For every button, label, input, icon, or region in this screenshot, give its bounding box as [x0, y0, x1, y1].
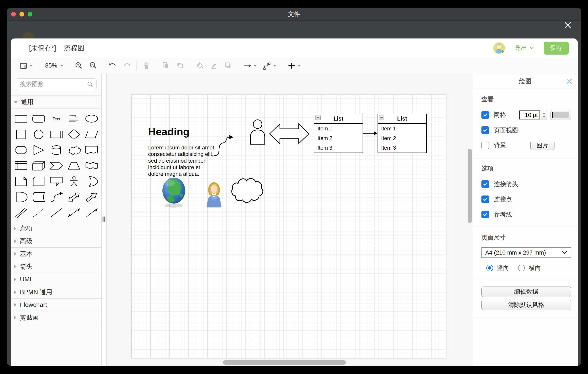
palette-shape-process[interactable] [47, 128, 65, 141]
palette-shape-or[interactable] [83, 175, 101, 188]
sidebar-section-杂项[interactable]: 杂项 [11, 222, 101, 235]
grid-size-stepper[interactable] [541, 110, 547, 120]
sidebar-section-箭头[interactable]: 箭头 [11, 260, 101, 273]
edit-data-button[interactable]: 编辑数据 [482, 286, 571, 297]
sidebar-section-基本[interactable]: 基本 [11, 247, 101, 260]
list-item[interactable]: Item 3 [378, 143, 426, 153]
list-item[interactable]: Item 1 [314, 124, 363, 133]
palette-shape-curve[interactable] [47, 190, 65, 204]
overlay-close-icon[interactable] [563, 21, 572, 30]
view-icon[interactable] [19, 62, 33, 70]
palette-shape-cylinder[interactable] [47, 143, 65, 157]
sidebar-section-剪贴画[interactable]: 剪贴画 [11, 311, 101, 324]
palette-shape-and[interactable] [12, 190, 30, 204]
triangle-right-icon [14, 303, 16, 307]
palette-shape-diamond[interactable] [65, 128, 83, 141]
page-size-select[interactable]: A4 (210 mm x 297 mm) [482, 247, 571, 258]
palette-shape-bidirectional-connector[interactable] [65, 206, 83, 220]
waypoints-icon[interactable] [243, 62, 257, 70]
palette-shape-arrow[interactable] [83, 190, 101, 204]
palette-shape-trapezoid[interactable] [65, 159, 83, 173]
sidebar-section-UML[interactable]: UML [11, 273, 101, 286]
businesswoman-clipart[interactable] [205, 180, 223, 208]
page-view-checkbox[interactable] [482, 126, 489, 134]
clear-default-style-button[interactable]: 清除默认风格 [482, 300, 571, 310]
canvas-paragraph-text[interactable]: Lorem ipsum dolor sit amet, consectetur … [148, 144, 216, 177]
list-header[interactable]: List [314, 114, 363, 124]
background-image-button[interactable]: 图片 [530, 141, 555, 150]
earth-globe-clipart[interactable] [162, 177, 186, 208]
list-item[interactable]: Item 1 [378, 124, 426, 133]
option-checkbox-连接箭头[interactable] [482, 180, 489, 188]
portrait-radio[interactable] [486, 265, 493, 271]
sidebar-section-BPMN 通用[interactable]: BPMN 通用 [11, 286, 101, 298]
palette-shape-circle[interactable] [30, 128, 47, 141]
palette-shape-rectangle[interactable] [12, 112, 30, 126]
horizontal-scrollbar[interactable] [223, 360, 346, 365]
undo-icon[interactable] [108, 62, 117, 70]
sidebar-section-general[interactable]: 通用 [11, 95, 101, 109]
list-item[interactable]: Item 2 [314, 133, 363, 143]
zoom-level-dropdown[interactable]: 85% [44, 62, 64, 69]
palette-shape-link[interactable] [12, 206, 30, 220]
person-shape[interactable] [249, 119, 266, 145]
grid-color-swatch[interactable] [550, 110, 571, 120]
palette-shape-data-storage[interactable] [30, 190, 47, 204]
option-checkbox-连接点[interactable] [482, 196, 489, 203]
palette-shape-bidirectional-arrow[interactable] [65, 190, 83, 204]
palette-shape-textbox[interactable]: Heading [65, 112, 83, 126]
zoom-out-icon[interactable] [89, 62, 97, 70]
save-button[interactable]: 保存 [544, 42, 569, 55]
list-header[interactable]: List [378, 114, 426, 124]
palette-shape-tape[interactable] [83, 159, 101, 173]
palette-shape-actor[interactable] [65, 175, 83, 188]
palette-shape-cube[interactable] [30, 159, 47, 173]
palette-shape-ellipse[interactable] [83, 112, 101, 126]
curved-arrow-shape[interactable] [214, 134, 234, 157]
connector-arrow[interactable] [363, 130, 378, 136]
vertical-scrollbar[interactable] [468, 149, 472, 223]
palette-shape-rounded-rectangle[interactable] [30, 112, 47, 126]
sidebar-collapse-handle[interactable] [103, 217, 105, 222]
palette-shape-step[interactable] [47, 159, 65, 173]
double-arrow-shape[interactable] [269, 121, 310, 146]
sidebar-section-Flowchart[interactable]: Flowchart [11, 298, 101, 311]
palette-shape-dashed-line[interactable] [30, 206, 47, 220]
palette-shape-triangle[interactable] [30, 143, 47, 157]
drawing-canvas[interactable]: Heading Lorem ipsum dolor sit amet, cons… [106, 74, 473, 366]
background-checkbox[interactable] [482, 142, 489, 149]
palette-shape-directional-connector[interactable] [83, 206, 101, 220]
option-checkbox-参考线[interactable] [482, 211, 489, 218]
canvas-heading-text[interactable]: Heading [148, 125, 189, 138]
list-item[interactable]: Item 3 [314, 143, 363, 153]
grid-checkbox[interactable] [482, 111, 489, 119]
cloud-shape[interactable] [229, 176, 264, 205]
search-input[interactable]: 搜索图形 [16, 78, 96, 90]
palette-shape-line[interactable] [47, 206, 65, 220]
palette-shape-callout[interactable] [47, 175, 65, 188]
list-item[interactable]: Item 2 [378, 133, 426, 143]
collapse-minus-icon[interactable] [379, 115, 384, 120]
insert-icon[interactable] [287, 62, 301, 70]
palette-shape-document[interactable] [83, 143, 101, 157]
palette-shape-internal-storage[interactable] [12, 159, 30, 173]
panel-close-icon[interactable] [566, 78, 572, 85]
grid-size-input[interactable]: 10 pt [519, 110, 540, 120]
sidebar-section-高级[interactable]: 高级 [11, 235, 101, 247]
collapse-minus-icon[interactable] [315, 115, 321, 120]
palette-shape-square[interactable] [12, 128, 30, 141]
palette-shape-note[interactable] [12, 175, 30, 188]
export-button[interactable]: 导出 [515, 44, 534, 52]
list-shape[interactable]: ListItem 1Item 2Item 3 [314, 114, 363, 153]
palette-shape-card[interactable] [30, 175, 47, 188]
palette-shape-text[interactable]: Text [47, 112, 65, 126]
page[interactable]: Heading Lorem ipsum dolor sit amet, cons… [131, 94, 446, 358]
user-avatar[interactable] [493, 42, 505, 54]
palette-shape-hexagon[interactable] [12, 143, 30, 157]
zoom-in-icon[interactable] [75, 62, 83, 70]
connection-icon[interactable] [263, 62, 276, 70]
palette-shape-parallelogram[interactable] [83, 128, 101, 141]
palette-shape-cloud[interactable] [65, 143, 83, 157]
list-shape[interactable]: ListItem 1Item 2Item 3 [378, 114, 427, 153]
landscape-radio[interactable] [518, 265, 525, 271]
